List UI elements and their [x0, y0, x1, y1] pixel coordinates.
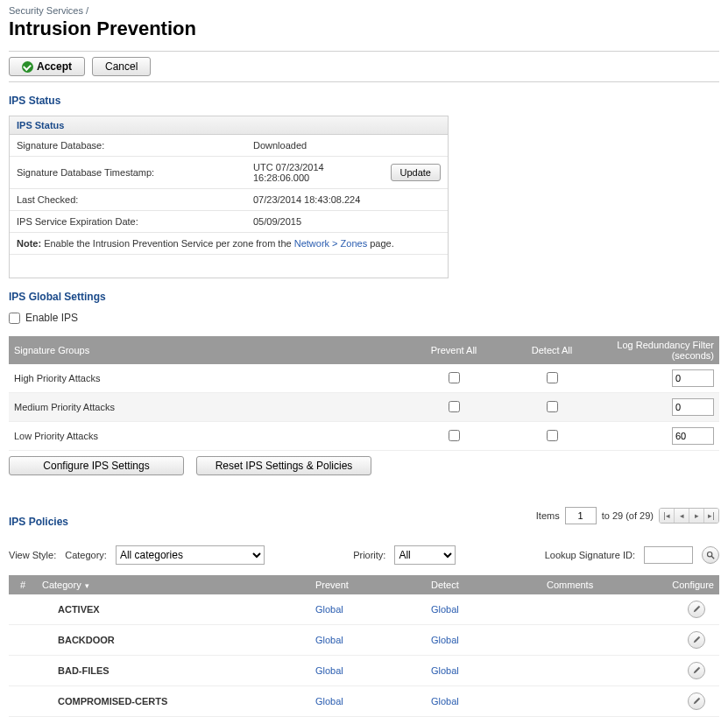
col-comments: Comments [541, 575, 656, 594]
sig-ts-label: Signature Database Timestamp: [17, 167, 253, 178]
page-title: Intrusion Prevention [9, 18, 719, 40]
note-suffix: page. [367, 238, 394, 249]
col-log-filter: Log Redundancy Filter (seconds) [601, 336, 719, 364]
prevent-link[interactable]: Global [315, 635, 343, 645]
policy-row: BAD-FILESGlobalGlobal [9, 656, 719, 686]
pager-last-icon[interactable]: ▸| [703, 509, 718, 523]
log-filter-input[interactable] [672, 369, 714, 387]
items-range: to 29 (of 29) [602, 510, 654, 521]
prevent-link[interactable]: Global [315, 696, 343, 706]
configure-button[interactable] [688, 631, 705, 649]
view-style-label: View Style: [9, 550, 56, 560]
items-label: Items [536, 510, 560, 521]
sig-db-label: Signature Database: [17, 140, 253, 151]
last-checked-value: 07/23/2014 18:43:08.224 [253, 194, 441, 205]
note-row: Note: Enable the Intrusion Prevention Se… [10, 233, 448, 255]
global-settings-heading: IPS Global Settings [9, 291, 719, 303]
col-prevent: Prevent [310, 575, 426, 594]
prevent-all-checkbox[interactable] [449, 372, 460, 383]
prevent-link[interactable]: Global [315, 665, 343, 676]
svg-line-1 [711, 556, 714, 559]
svg-point-0 [708, 552, 712, 557]
pager-prev-icon[interactable]: ◂ [674, 509, 689, 523]
prevent-all-checkbox[interactable] [449, 430, 460, 441]
sort-desc-icon: ▾ [85, 581, 89, 590]
update-button[interactable]: Update [391, 164, 441, 181]
policy-row: BACKDOORGlobalGlobal [9, 625, 719, 656]
lookup-input[interactable] [644, 546, 693, 564]
toolbar: Accept Cancel [9, 51, 719, 82]
sig-group-name: Medium Priority Attacks [9, 393, 405, 422]
pencil-icon [693, 696, 701, 706]
policies-table: # Category▾ Prevent Detect Comments Conf… [9, 575, 719, 717]
detect-all-checkbox[interactable] [547, 430, 558, 441]
note-text: Enable the Intrusion Prevention Service … [41, 238, 294, 249]
expire-value: 05/09/2015 [253, 216, 441, 227]
detect-all-checkbox[interactable] [547, 372, 558, 383]
ips-status-panel-title: IPS Status [10, 116, 448, 135]
items-input[interactable] [565, 507, 597, 524]
cancel-button[interactable]: Cancel [92, 57, 151, 76]
configure-button[interactable] [688, 601, 705, 618]
configure-button[interactable] [688, 692, 705, 710]
col-category[interactable]: Category▾ [37, 575, 310, 594]
cancel-label: Cancel [105, 60, 138, 73]
policy-category: BAD-FILES [37, 656, 310, 686]
sig-db-value: Downloaded [253, 140, 441, 151]
pager: |◂ ◂ ▸ ▸| [659, 508, 719, 524]
priority-label: Priority: [353, 550, 385, 560]
pencil-icon [693, 604, 701, 615]
expire-label: IPS Service Expiration Date: [17, 216, 253, 227]
lookup-label: Lookup Signature ID: [545, 550, 635, 560]
log-filter-input[interactable] [672, 398, 714, 416]
network-zones-link[interactable]: Network > Zones [294, 238, 367, 249]
pencil-icon [693, 635, 701, 645]
detect-link[interactable]: Global [431, 665, 459, 676]
search-icon [706, 551, 715, 559]
ips-status-heading: IPS Status [9, 95, 719, 107]
configure-button[interactable] [688, 662, 705, 679]
note-prefix: Note: [17, 238, 41, 249]
col-num: # [9, 575, 37, 594]
sig-group-name: High Priority Attacks [9, 364, 405, 393]
policy-category: ACTIVEX [37, 594, 310, 625]
ips-status-panel: IPS Status Signature Database: Downloade… [9, 116, 449, 278]
col-sig-groups: Signature Groups [9, 336, 405, 364]
policy-category: BACKDOOR [37, 625, 310, 656]
sig-group-name: Low Priority Attacks [9, 422, 405, 451]
accept-button[interactable]: Accept [9, 57, 85, 76]
enable-ips-checkbox[interactable] [9, 313, 20, 324]
detect-link[interactable]: Global [431, 696, 459, 706]
category-select[interactable]: All categories [116, 545, 265, 565]
pencil-icon [693, 665, 701, 676]
last-checked-label: Last Checked: [17, 194, 253, 205]
col-configure: Configure [656, 575, 719, 594]
check-icon [22, 61, 33, 73]
pager-first-icon[interactable]: |◂ [660, 509, 674, 523]
reset-ips-button[interactable]: Reset IPS Settings & Policies [196, 456, 371, 475]
enable-ips-label: Enable IPS [25, 312, 78, 324]
detect-link[interactable]: Global [431, 635, 459, 645]
log-filter-input[interactable] [672, 427, 714, 445]
category-label: Category: [65, 550, 107, 560]
col-detect-all: Detect All [503, 336, 601, 364]
priority-select[interactable]: All [394, 545, 456, 565]
configure-ips-button[interactable]: Configure IPS Settings [9, 456, 184, 475]
col-prevent-all: Prevent All [405, 336, 503, 364]
prevent-all-checkbox[interactable] [449, 401, 460, 412]
lookup-search-button[interactable] [702, 546, 719, 564]
policy-row: ACTIVEXGlobalGlobal [9, 594, 719, 625]
col-detect: Detect [426, 575, 541, 594]
sig-ts-value: UTC 07/23/2014 16:28:06.000 [253, 162, 382, 183]
pager-next-icon[interactable]: ▸ [689, 509, 703, 523]
detect-all-checkbox[interactable] [547, 401, 558, 412]
detect-link[interactable]: Global [431, 604, 459, 615]
breadcrumb: Security Services / [9, 5, 719, 16]
policy-row: COMPROMISED-CERTSGlobalGlobal [9, 686, 719, 717]
policy-category: COMPROMISED-CERTS [37, 686, 310, 717]
accept-label: Accept [37, 60, 72, 73]
prevent-link[interactable]: Global [315, 604, 343, 615]
signature-groups-table: Signature Groups Prevent All Detect All … [9, 336, 719, 451]
